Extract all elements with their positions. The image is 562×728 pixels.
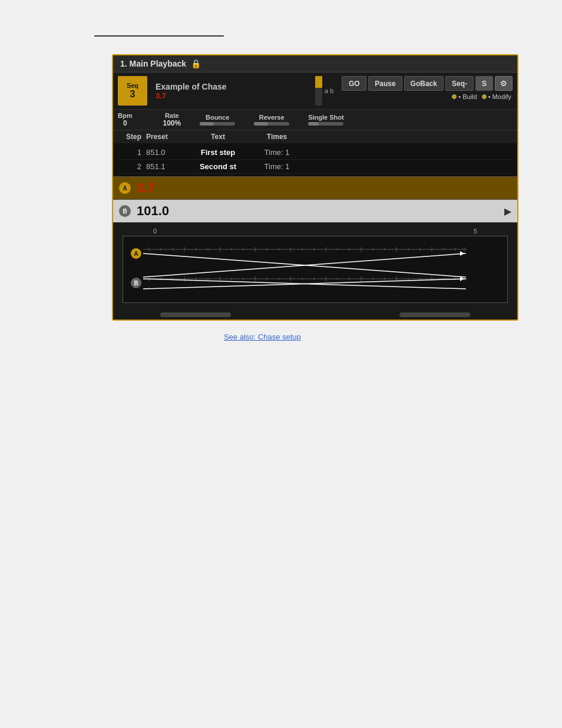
bpm-control[interactable]: Bpm 0	[118, 112, 132, 127]
col-header-preset: Preset	[141, 133, 189, 141]
step-2-preset: 851.1	[141, 162, 189, 171]
playback-b-play-icon[interactable]: ▶	[504, 206, 511, 217]
modify-radio-dot	[482, 94, 487, 99]
step-row[interactable]: 2 851.1 Second st Time: 1	[118, 160, 513, 174]
step-2-text: Second st	[189, 162, 247, 171]
step-2-times: Time: 1	[247, 162, 306, 171]
transport-top-row: GO Pause GoBack Seq- S ⚙	[342, 76, 513, 91]
bounce-slider[interactable]	[200, 122, 235, 126]
page-container: 1. Main Playback 🔒 Seq 3 Example of Chas…	[0, 0, 562, 728]
playback-a-value: 3.7	[137, 180, 155, 196]
fader-track[interactable]	[315, 76, 322, 106]
step-1-preset: 851.0	[141, 148, 189, 157]
step-2-num: 2	[118, 162, 141, 171]
bpm-value: 0	[123, 119, 127, 127]
build-radio-dot	[452, 94, 457, 99]
reverse-control[interactable]: Reverse	[254, 114, 289, 126]
track-b-label: B	[134, 280, 138, 286]
rate-label: Rate	[165, 112, 179, 119]
pause-button[interactable]: Pause	[368, 76, 402, 91]
step-row[interactable]: 1 851.0 First step Time: 1	[118, 146, 513, 160]
see-also-link[interactable]: See also: Chase setup	[224, 332, 342, 341]
scroll-bar-right[interactable]	[399, 312, 470, 317]
settings-button[interactable]: ⚙	[495, 76, 513, 91]
chart-label-end: 5	[474, 228, 477, 235]
goback-button[interactable]: GoBack	[404, 76, 444, 91]
playback-a-circle: A	[119, 182, 131, 194]
step-1-num: 1	[118, 148, 141, 157]
col-header-step: Step	[118, 133, 141, 141]
top-row: Seq 3 Example of Chase 3.7 a b GO Pause …	[113, 73, 517, 109]
steps-area: 1 851.0 First step Time: 1 2 851.1 Secon…	[113, 143, 517, 176]
column-headers: Step Preset Text Times	[113, 130, 517, 143]
build-radio[interactable]: • Build	[452, 93, 477, 100]
single-shot-label: Single Shot	[308, 114, 344, 121]
scroll-bar-left[interactable]	[160, 312, 231, 317]
modify-label: • Modify	[488, 93, 511, 100]
track-a-arrow	[460, 251, 464, 256]
playback-b-row[interactable]: B 101.0 ▶	[113, 199, 517, 222]
chase-info: Example of Chase 3.7	[151, 76, 307, 106]
step-1-text: First step	[189, 148, 247, 157]
playback-b-circle: B	[119, 205, 131, 217]
s-button[interactable]: S	[475, 76, 493, 91]
main-widget: 1. Main Playback 🔒 Seq 3 Example of Chas…	[112, 54, 518, 321]
fader-thumb[interactable]	[315, 76, 322, 88]
lock-icon: 🔒	[191, 59, 201, 68]
seq-number: 3	[130, 89, 135, 100]
track-a-label: A	[134, 251, 138, 257]
modify-radio[interactable]: • Modify	[482, 93, 511, 100]
single-shot-slider[interactable]	[308, 122, 343, 126]
title-bar: 1. Main Playback 🔒	[113, 55, 517, 73]
widget-title: 1. Main Playback	[120, 59, 186, 68]
bounce-control[interactable]: Bounce	[200, 114, 235, 126]
seq-label: Seq	[127, 82, 138, 89]
chart-svg: // This won't run here; use SVG directly…	[125, 239, 473, 298]
chart-label-start: 0	[153, 228, 157, 235]
step-1-times: Time: 1	[247, 148, 306, 157]
bounce-label: Bounce	[206, 114, 229, 121]
bpm-label: Bpm	[118, 112, 132, 119]
playback-b-value: 101.0	[137, 203, 504, 219]
seq-box: Seq 3	[118, 76, 147, 106]
rate-control[interactable]: Rate 100%	[163, 112, 181, 127]
rate-value: 100%	[163, 119, 181, 127]
bottom-scrollbars	[113, 310, 517, 319]
single-shot-control[interactable]: Single Shot	[308, 114, 344, 126]
playback-a-row[interactable]: A 3.7	[113, 176, 517, 199]
chase-number: 3.7	[156, 91, 307, 100]
section-underline	[94, 35, 224, 37]
col-header-times: Times	[247, 133, 306, 141]
seq-minus-button[interactable]: Seq-	[445, 76, 474, 91]
go-button[interactable]: GO	[342, 76, 366, 91]
chart-svg-container: // This won't run here; use SVG directly…	[123, 236, 508, 303]
col-header-text: Text	[189, 133, 247, 141]
controls-row: Bpm 0 Rate 100% Bounce Reverse	[113, 109, 517, 130]
chart-labels: 0 5	[118, 228, 513, 236]
transport-buttons: GO Pause GoBack Seq- S ⚙ • Build • Modif…	[342, 76, 513, 106]
reverse-slider[interactable]	[254, 122, 289, 126]
chart-area: 0 5 // This won't run here; use SVG dire…	[113, 222, 517, 310]
chase-name: Example of Chase	[156, 82, 307, 91]
build-label: • Build	[458, 93, 477, 100]
fader-area[interactable]: a b	[310, 76, 338, 106]
reverse-label: Reverse	[259, 114, 285, 121]
fader-label: a b	[325, 87, 333, 94]
transport-bottom-row: • Build • Modify	[452, 93, 513, 100]
